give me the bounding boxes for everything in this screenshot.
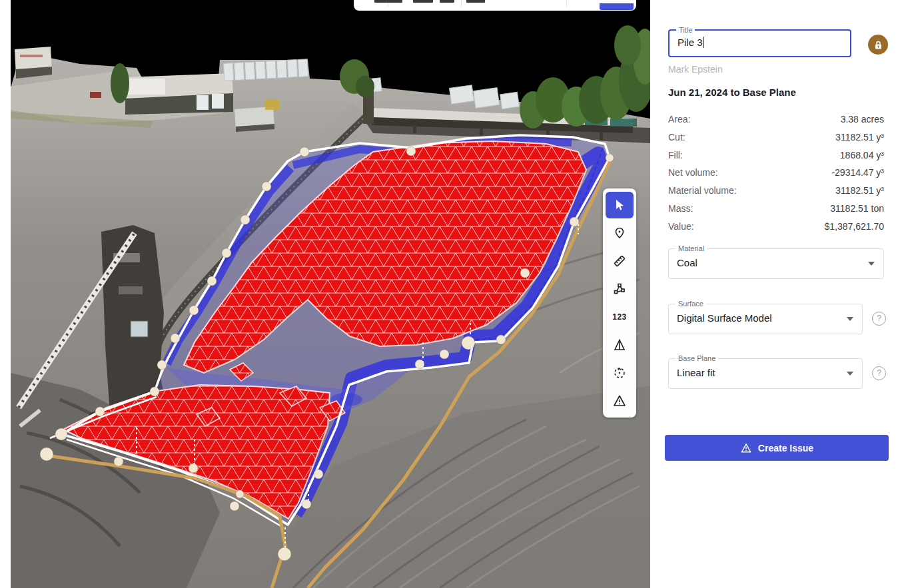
chevron-down-icon (868, 262, 875, 266)
app-window: 123 (0, 0, 902, 588)
title-field-label: Title (676, 26, 695, 34)
measurement-heading: Jun 21, 2024 to Base Plane (668, 87, 796, 98)
warning-triangle-icon (612, 394, 627, 408)
material-select[interactable]: Material Coal (668, 248, 884, 279)
material-select-label: Material (676, 244, 707, 252)
stat-row: Mass:31182.51 ton (668, 200, 884, 218)
chevron-down-icon (847, 372, 853, 376)
volume-tool[interactable] (606, 332, 634, 358)
location-marker-tool[interactable] (606, 220, 634, 246)
material-select-value: Coal (669, 249, 883, 277)
stat-row: Fill:1868.04 y³ (668, 147, 884, 164)
stat-row: Material volume:31182.51 y³ (668, 182, 884, 200)
surface-help-icon[interactable]: ? (872, 312, 886, 326)
stat-row: Cut:31182.51 y³ (668, 129, 884, 147)
cursor-icon (613, 198, 626, 212)
count-tool[interactable]: 123 (606, 304, 634, 330)
viewport-margin (0, 0, 11, 588)
lock-icon (873, 40, 883, 50)
issue-tool[interactable] (606, 388, 634, 414)
top-toolbar-active-button[interactable] (600, 3, 634, 10)
tool-rail: 123 (603, 188, 636, 418)
surface-select-value: Digital Surface Model (669, 304, 862, 332)
title-field[interactable]: Title Pile 3 (668, 29, 851, 57)
measure-distance-tool[interactable] (606, 248, 634, 274)
scene-canvas (0, 0, 650, 588)
select-tool[interactable] (606, 192, 634, 218)
orbit-3d-icon (612, 366, 627, 380)
lock-button[interactable] (868, 35, 888, 55)
base-plane-help-icon[interactable]: ? (872, 366, 886, 380)
title-field-value: Pile 3 (677, 37, 703, 48)
count-tool-label: 123 (612, 312, 627, 322)
stockpile-volume-icon (612, 338, 627, 352)
create-issue-label: Create Issue (758, 443, 813, 453)
ruler-icon (612, 254, 627, 268)
stat-row: Value:$1,387,621.70 (668, 218, 884, 236)
stat-row: Net volume:-29314.47 y³ (668, 164, 884, 182)
orbit-3d-tool[interactable] (606, 360, 634, 386)
surface-select-label: Surface (676, 300, 706, 308)
chevron-down-icon (847, 317, 853, 321)
base-plane-select-value: Linear fit (669, 359, 862, 387)
create-issue-button[interactable]: Create Issue (665, 435, 889, 461)
top-toolbar[interactable] (354, 0, 636, 11)
measure-area-tool[interactable] (606, 276, 634, 302)
warning-triangle-icon (740, 442, 752, 454)
location-pin-icon (613, 226, 626, 240)
base-plane-select-label: Base Plane (676, 354, 718, 362)
polygon-area-icon (612, 282, 627, 296)
owner-name: Mark Epstein (668, 64, 723, 75)
stats-list: Area:3.38 acres Cut:31182.51 y³ Fill:186… (668, 111, 884, 236)
3d-viewport[interactable]: 123 (0, 0, 650, 588)
stat-row: Area:3.38 acres (668, 111, 884, 129)
base-plane-select[interactable]: Base Plane Linear fit (668, 358, 863, 389)
text-caret (703, 37, 705, 48)
details-panel: Title Pile 3 Mark Epstein Jun 21, 2024 t… (650, 0, 902, 588)
surface-select[interactable]: Surface Digital Surface Model (668, 304, 863, 334)
